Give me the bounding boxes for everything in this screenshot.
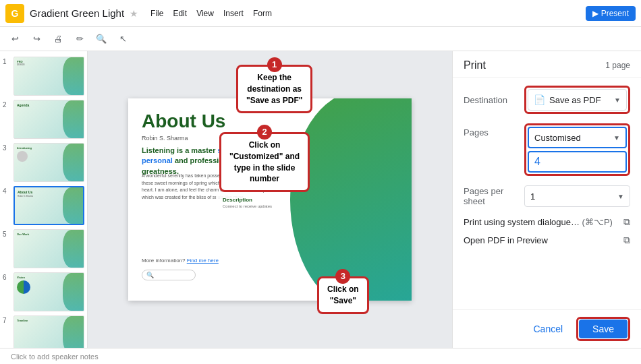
menu-edit[interactable]: Edit — [169, 7, 191, 20]
slide-num-6: 6 — [3, 274, 11, 281]
star-icon[interactable]: ★ — [130, 8, 138, 19]
callout-num-1: 1 — [267, 57, 282, 72]
top-bar: G Gradient Green Light ★ File Edit View … — [0, 0, 641, 27]
callout-num-2: 2 — [257, 125, 272, 140]
slide-image-4: About Us Robin S. Sharma — [13, 186, 84, 225]
menu-view[interactable]: View — [192, 7, 218, 20]
slide-num-2: 2 — [3, 101, 11, 109]
slide-image-3: Introducing — [13, 143, 84, 182]
menu-items: File Edit View Insert Form — [146, 7, 276, 20]
slide-image-1: PRO DESIGN — [13, 57, 84, 96]
destination-value: Save as PDF — [549, 95, 601, 105]
description-box: Description Connect to receive updates — [216, 193, 279, 212]
callout-text-3: Click on"Save" — [327, 284, 359, 305]
menu-format[interactable]: Form — [249, 7, 276, 20]
slide-num-3: 3 — [3, 144, 11, 152]
slide-thumb-7[interactable]: 7 Timeline — [3, 315, 84, 348]
callout-2: 2 Click on"Customized" andtype in the sl… — [219, 132, 310, 192]
print-title: Print — [464, 59, 486, 71]
menu-file[interactable]: File — [146, 7, 167, 20]
slide-thumb-6[interactable]: 6 Vision — [3, 272, 84, 311]
pages-input[interactable] — [528, 151, 627, 173]
callout-num-3: 3 — [335, 269, 350, 284]
slide-num-1: 1 — [3, 58, 11, 65]
pages-control: Customised ▼ — [524, 123, 630, 176]
slide-thumb-5[interactable]: 5 Our Work — [3, 229, 84, 268]
destination-arrow: ▼ — [614, 96, 621, 104]
slide-image-6: Vision — [13, 272, 84, 311]
slide-num-5: 5 — [3, 231, 11, 238]
destination-label: Destination — [464, 95, 524, 105]
undo-button[interactable]: ↩ — [5, 30, 24, 49]
speaker-notes-text: Click to add speaker notes — [11, 353, 99, 361]
print-pages-count: 1 page — [605, 61, 630, 70]
callout-1-container: 1 Keep thedestination as"Save as PDF" — [236, 65, 312, 113]
slide-thumb-4[interactable]: 4 About Us Robin S. Sharma — [3, 186, 84, 225]
slides-panel: 1 PRO DESIGN 2 Agenda 3 — [0, 51, 88, 348]
slide-subtitle: Robin S. Sharma — [142, 135, 188, 142]
slide-num-7: 7 — [3, 317, 11, 324]
open-pdf-text[interactable]: Open PDF in Preview — [464, 235, 548, 245]
present-button[interactable]: ▶ Present — [586, 6, 636, 21]
pages-per-sheet-value: 1 — [530, 191, 535, 202]
second-toolbar: ↩ ↪ 🖨 ✏ 🔍 ↖ — [0, 27, 641, 51]
save-red-box: Save — [576, 317, 630, 341]
open-pdf-row: Open PDF in Preview ⧉ — [464, 235, 630, 246]
slide-thumb-2[interactable]: 2 Agenda — [3, 100, 84, 139]
present-icon: ▶ — [592, 9, 598, 18]
desc-title: Description — [223, 197, 272, 203]
print-footer: Cancel Save — [453, 309, 641, 348]
destination-red-box: 📄 Save as PDF ▼ — [524, 86, 630, 114]
pages-select[interactable]: Customised ▼ — [528, 127, 627, 148]
file-title: Gradient Green Light — [30, 7, 124, 19]
print-header: Print 1 page — [453, 51, 641, 78]
slide-thumb-1[interactable]: 1 PRO DESIGN — [3, 57, 84, 96]
green-blob — [290, 98, 412, 301]
callout-text-2: Click on"Customized" andtype in the slid… — [229, 140, 300, 183]
callout-3-container: 3 Click on"Save" — [317, 276, 369, 314]
search-box[interactable]: 🔍 — [142, 270, 196, 280]
slide-thumb-3[interactable]: 3 Introducing — [3, 143, 84, 182]
print-button[interactable]: 🖨 — [49, 30, 67, 49]
pages-value: Customised — [534, 133, 581, 143]
pages-label: Pages — [464, 127, 524, 138]
slide-image-2: Agenda — [13, 100, 84, 139]
pages-red-box: Customised ▼ — [524, 123, 630, 176]
callout-2-container: 2 Click on"Customized" andtype in the sl… — [219, 132, 310, 192]
destination-control: 📄 Save as PDF ▼ — [524, 86, 630, 114]
callout-3: 3 Click on"Save" — [317, 276, 369, 314]
pages-arrow: ▼ — [613, 134, 620, 142]
slide-image-7: Timeline — [13, 315, 84, 348]
slide-title: About Us — [142, 111, 225, 132]
cursor-button[interactable]: ↖ — [113, 30, 132, 49]
speaker-notes[interactable]: Click to add speaker notes — [0, 348, 641, 364]
pages-per-sheet-select[interactable]: 1 ▼ — [524, 185, 630, 207]
destination-row: Destination 📄 Save as PDF ▼ — [464, 86, 630, 114]
system-shortcut: (⌘⌥P) — [582, 217, 613, 227]
system-dialogue-text[interactable]: Print using system dialogue… (⌘⌥P) — [464, 217, 613, 227]
zoom-button[interactable]: 🔍 — [92, 30, 111, 49]
pages-row: Pages Customised ▼ — [464, 123, 630, 176]
canvas-area: About Us Robin S. Sharma Listening is a … — [88, 51, 452, 348]
print-body: Destination 📄 Save as PDF ▼ — [453, 78, 641, 309]
menu-insert[interactable]: Insert — [219, 7, 248, 20]
app-icon: G — [5, 4, 24, 23]
system-dialogue-row: Print using system dialogue… (⌘⌥P) ⧉ — [464, 216, 630, 228]
callout-text-1: Keep thedestination as"Save as PDF" — [246, 73, 302, 105]
open-pdf-icon: ⧉ — [623, 235, 630, 246]
pages-per-sheet-arrow: ▼ — [617, 193, 624, 200]
slide-image-5: Our Work — [13, 229, 84, 268]
system-dialogue-icon: ⧉ — [623, 216, 630, 228]
pages-per-sheet-label: Pages per sheet — [464, 186, 524, 206]
present-label: Present — [601, 9, 629, 18]
desc-text: Connect to receive updates — [223, 204, 272, 208]
find-me-link[interactable]: Find me here — [187, 257, 219, 264]
slide-num-4: 4 — [3, 187, 11, 195]
callout-1: 1 Keep thedestination as"Save as PDF" — [236, 65, 312, 113]
redo-button[interactable]: ↪ — [27, 30, 46, 49]
print-panel: Print 1 page Destination 📄 Save as PDF ▼ — [452, 51, 641, 348]
save-button[interactable]: Save — [579, 320, 628, 338]
destination-select[interactable]: 📄 Save as PDF ▼ — [528, 89, 627, 111]
paint-button[interactable]: ✏ — [70, 30, 89, 49]
cancel-button[interactable]: Cancel — [525, 317, 571, 341]
